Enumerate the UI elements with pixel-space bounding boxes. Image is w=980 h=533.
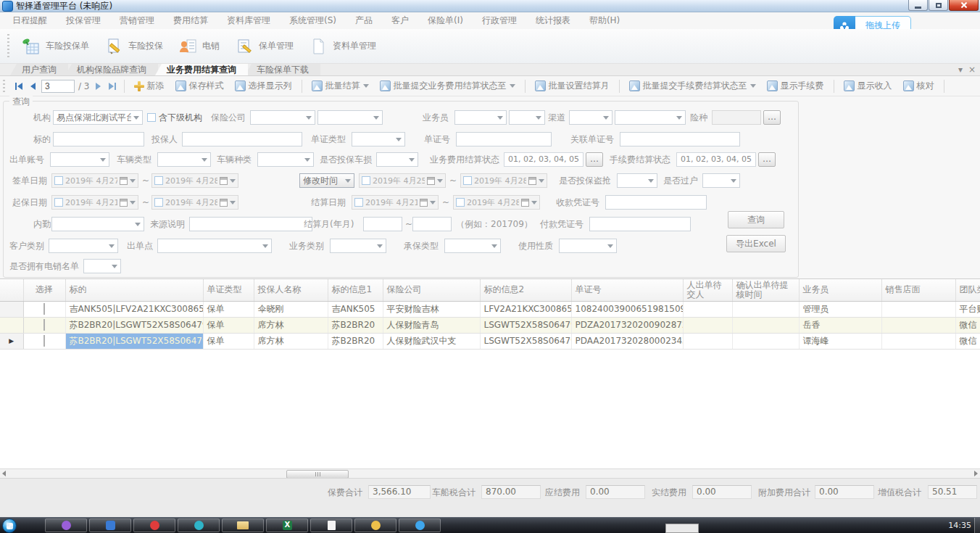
tab-list-chevron-icon[interactable]: ▾ xyxy=(958,65,963,75)
modify-time-combo[interactable]: 修改时间 xyxy=(299,173,354,188)
settle-date-from[interactable]: 2019年 4月21日 xyxy=(352,195,439,210)
save-style-button[interactable]: 保存样式 xyxy=(172,78,228,94)
has-damage-ins-combo[interactable] xyxy=(376,152,418,167)
taskbar-app-5[interactable] xyxy=(222,518,264,532)
applicant-field[interactable] xyxy=(182,132,302,146)
related-doc-no-field[interactable] xyxy=(620,132,740,146)
settle-month-from-field[interactable] xyxy=(363,217,402,231)
has-theft-ins-combo[interactable] xyxy=(617,173,657,188)
menu-customer[interactable]: 客户 xyxy=(382,15,418,27)
check-button[interactable]: 核对 xyxy=(900,78,938,94)
salesman-combo-1[interactable] xyxy=(454,110,507,125)
col-doc-type[interactable]: 单证类型 xyxy=(203,279,254,301)
sign-date-to[interactable]: 2019年 4月28日 xyxy=(151,173,238,188)
title-bar[interactable]: 智择通管理平台 (未响应) xyxy=(0,0,980,12)
taskbar-app-9[interactable] xyxy=(399,518,441,532)
batch-submit-fee-status-button[interactable]: 批量提交手续费结算状态至 xyxy=(626,78,760,94)
source-note-field[interactable] xyxy=(189,217,312,231)
col-applicant-name[interactable]: 投保人名称 xyxy=(254,279,328,301)
car-insure-button[interactable]: 车险投保 xyxy=(96,33,170,59)
channel-combo-2[interactable] xyxy=(615,110,686,125)
taskbar-app-2[interactable] xyxy=(89,518,131,532)
tab-close-icon[interactable]: × xyxy=(968,65,976,75)
include-sub-checkbox[interactable]: 含下级机构 xyxy=(147,110,202,125)
row-checkbox[interactable] xyxy=(43,335,45,347)
insurer-combo-2[interactable] xyxy=(317,110,383,125)
scroll-left-icon[interactable] xyxy=(2,471,6,476)
first-record-button[interactable] xyxy=(13,83,25,90)
record-number-input[interactable] xyxy=(41,80,75,93)
col-team-type[interactable]: 团队类型 xyxy=(955,279,980,301)
fee-status-ellipsis-button[interactable]: … xyxy=(758,152,776,167)
row-checkbox[interactable] xyxy=(43,319,45,331)
menu-admin[interactable]: 行政管理 xyxy=(473,15,526,27)
menu-product[interactable]: 产品 xyxy=(346,15,382,27)
taskbar-app-7[interactable] xyxy=(310,518,352,532)
taskbar-clock[interactable]: 14:35 xyxy=(948,518,971,533)
menu-marketing[interactable]: 营销管理 xyxy=(110,15,164,27)
start-button[interactable] xyxy=(2,518,17,533)
doc-no-field[interactable] xyxy=(456,132,552,146)
add-button[interactable]: 新添 xyxy=(130,78,168,94)
start-date-from[interactable]: 2019年 4月21日 xyxy=(51,195,138,210)
menu-library[interactable]: 资料库管理 xyxy=(217,15,280,27)
channel-combo-1[interactable] xyxy=(569,110,612,125)
col-subject-info1[interactable]: 标的信息1 xyxy=(328,279,383,301)
doc-type-combo[interactable] xyxy=(352,132,405,146)
has-telesales-list-combo[interactable] xyxy=(83,259,121,273)
taskbar-app-1[interactable] xyxy=(45,518,87,532)
show-desktop-button[interactable] xyxy=(974,518,980,533)
subject-field[interactable] xyxy=(53,132,144,146)
export-excel-button[interactable]: 导出Excel xyxy=(726,235,786,252)
issue-account-combo[interactable] xyxy=(50,152,109,167)
receipt-no-field[interactable] xyxy=(605,195,707,210)
col-select[interactable]: 选择 xyxy=(23,279,65,301)
taskbar-app-3[interactable] xyxy=(133,518,175,532)
search-button[interactable]: 查询 xyxy=(728,211,784,228)
menu-help[interactable]: 帮助(H) xyxy=(580,15,629,27)
taskbar-app-6[interactable] xyxy=(266,518,308,532)
batch-submit-biz-status-button[interactable]: 批量提交业务费用结算状态至 xyxy=(376,78,519,94)
col-subject[interactable]: 标的 xyxy=(65,279,203,301)
prev-record-button[interactable] xyxy=(28,83,38,90)
menu-report[interactable]: 统计报表 xyxy=(526,15,580,27)
taskbar-app-8[interactable] xyxy=(354,518,396,532)
choose-columns-button[interactable]: 选择显示列 xyxy=(231,78,296,94)
col-subject-info2[interactable]: 标的信息2 xyxy=(480,279,571,301)
minimize-button[interactable] xyxy=(908,0,928,11)
col-confirm-pending-time[interactable]: 确认出单待提核时间 xyxy=(732,279,799,301)
show-fee-button[interactable]: 显示手续费 xyxy=(763,78,828,94)
vehicle-type-combo[interactable] xyxy=(157,152,211,167)
telesales-button[interactable]: 电销 xyxy=(170,33,227,59)
table-row-selected[interactable]: ▶ 苏B2BR20|LSGWT52X58S064791保单 席方林苏B2BR20… xyxy=(0,333,980,349)
modify-date-from[interactable]: 2019年 4月25日 xyxy=(359,173,446,188)
risk-type-field[interactable] xyxy=(712,110,761,125)
batch-set-month-button[interactable]: 批量设置结算月 xyxy=(531,78,613,94)
row-selector-current[interactable]: ▶ xyxy=(0,333,23,349)
menu-system[interactable]: 系统管理(S) xyxy=(280,15,346,27)
insurer-combo-1[interactable] xyxy=(250,110,315,125)
language-bar[interactable] xyxy=(665,524,699,533)
modify-date-to[interactable]: 2019年 4月28日 xyxy=(460,173,547,188)
org-combo[interactable]: 易点保湖北测试平台 xyxy=(53,110,143,125)
close-button[interactable] xyxy=(949,0,979,11)
menu-fee-settle[interactable]: 费用结算 xyxy=(164,15,217,27)
table-row[interactable]: 吉ANK505|LFV2A21KXC3008653保单 伞晓刚吉ANK505 平… xyxy=(0,301,980,317)
office-staff-combo[interactable] xyxy=(51,217,144,231)
tab-user-query[interactable]: 用户查询 xyxy=(10,64,68,75)
issue-point-combo[interactable] xyxy=(157,239,272,253)
usage-nature-combo[interactable] xyxy=(559,239,617,253)
settle-date-to[interactable]: 2019年 4月28日 xyxy=(453,195,540,210)
table-row[interactable]: 苏B2BR20|LSGWT52X58S064791保单 席方林苏B2BR20 人… xyxy=(0,317,980,333)
selected-cell[interactable]: 苏B2BR20|LSGWT52X58S064791 xyxy=(65,333,203,349)
settle-month-to-field[interactable] xyxy=(412,217,452,231)
tab-biz-fee-settle-query[interactable]: 业务费用结算查询 xyxy=(155,64,248,75)
horizontal-scrollbar[interactable] xyxy=(0,468,980,478)
document-manage-button[interactable]: 资料单管理 xyxy=(301,33,383,59)
show-income-button[interactable]: 显示收入 xyxy=(840,78,896,94)
next-record-button[interactable] xyxy=(94,83,103,90)
last-record-button[interactable] xyxy=(107,83,118,90)
row-checkbox[interactable] xyxy=(43,303,45,315)
col-insurer[interactable]: 保险公司 xyxy=(383,279,480,301)
sign-date-from[interactable]: 2019年 4月27日 xyxy=(51,173,138,188)
